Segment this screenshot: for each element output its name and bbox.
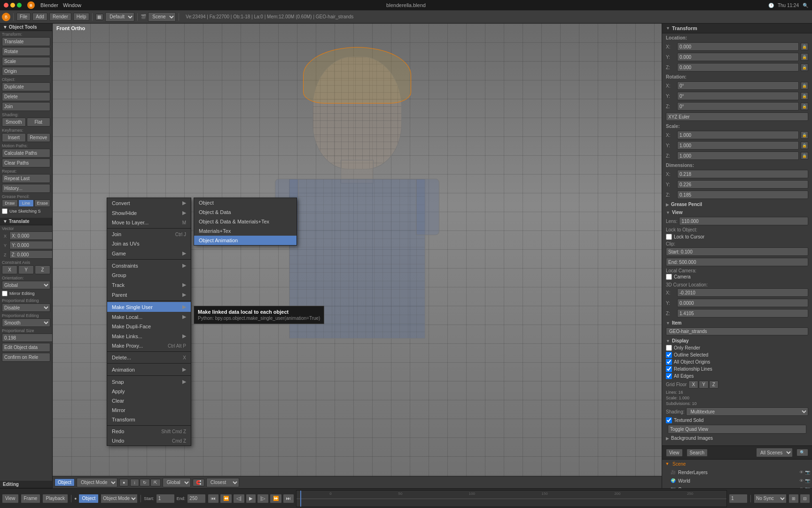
cm-make-dupli-face[interactable]: Make Dupli-Face (107, 322, 191, 331)
play-next-frame[interactable]: ⏩ (270, 494, 282, 503)
rot-x-lock[interactable]: 🔒 (801, 82, 808, 89)
relationship-lines-cb[interactable] (666, 366, 672, 372)
outliner-view-btn[interactable]: View (666, 449, 683, 457)
sm-object-animation[interactable]: Object Animation (194, 236, 297, 245)
proportional-type-select[interactable]: Smooth (2, 318, 50, 327)
erase-btn[interactable]: Erase (34, 199, 50, 207)
delete-btn[interactable]: Delete (2, 92, 50, 101)
scale-x-lock[interactable]: 🔒 (801, 131, 808, 139)
cm-redo[interactable]: RedoShift Cmd Z (107, 427, 191, 436)
cm-undo[interactable]: UndoCmd Z (107, 436, 191, 445)
outliner-scope-select[interactable]: All Scenes (756, 448, 793, 457)
menu-window[interactable]: Window (63, 2, 81, 8)
cm-game[interactable]: Game▶ (107, 248, 191, 258)
start-frame-input[interactable] (156, 494, 175, 503)
shading-mode-select[interactable]: Multitexture (686, 407, 808, 416)
play-next-keyframe[interactable]: |▷ (257, 494, 269, 503)
cursor-z-input[interactable] (677, 309, 808, 318)
vector-y[interactable] (9, 241, 53, 249)
bb-btn1[interactable]: ⊞ (789, 494, 799, 503)
prop-size-input[interactable] (2, 333, 53, 342)
dim-x-input[interactable] (677, 170, 808, 178)
vp-view-btn[interactable]: ● (119, 479, 128, 486)
scale-z-lock[interactable]: 🔒 (801, 152, 808, 159)
cm-make-local[interactable]: Make Local...▶ (107, 312, 191, 322)
scale-x-input[interactable] (677, 131, 799, 139)
all-edges-cb[interactable] (666, 373, 672, 379)
cm-snap[interactable]: Snap▶ (107, 377, 191, 387)
loc-x-input[interactable] (677, 42, 799, 51)
cm-mirror[interactable]: Mirror (107, 405, 191, 415)
display-sub[interactable]: ▼ Display (666, 336, 808, 344)
toggle-quad-view-btn[interactable]: Toggle Quad View (668, 425, 806, 434)
grid-y-btn[interactable]: Y (699, 381, 709, 389)
duplicate-btn[interactable]: Duplicate (2, 82, 50, 91)
edit-object-data-btn[interactable]: Edit Object data (2, 343, 50, 352)
sm-object-data-materials[interactable]: Object & Data & Materials+Tex (194, 217, 297, 226)
confirm-on-rele-btn[interactable]: Confirm on Rele (2, 353, 50, 362)
minimize-button[interactable] (10, 3, 15, 8)
menu-render[interactable]: Render (49, 13, 71, 21)
rotate-btn[interactable]: Rotate (2, 47, 50, 56)
lens-input[interactable] (679, 217, 808, 225)
line-btn[interactable]: Line (18, 199, 34, 207)
bb-frame-btn[interactable]: Frame (21, 494, 41, 503)
clear-paths-btn[interactable]: Clear Paths (2, 159, 50, 167)
vector-x[interactable] (9, 231, 53, 240)
vp-object-btn[interactable]: Object (55, 478, 75, 486)
sm-object-data[interactable]: Object & Data (194, 207, 297, 217)
rot-x-input[interactable] (677, 81, 799, 90)
cm-track[interactable]: Track▶ (107, 280, 191, 290)
cm-transform[interactable]: Transform (107, 415, 191, 424)
translate-btn[interactable]: Translate (2, 37, 50, 46)
cm-group[interactable]: Group (107, 270, 191, 280)
render-engine-select[interactable]: Default (105, 12, 134, 22)
rot-y-input[interactable] (677, 92, 799, 100)
scale-btn[interactable]: Scale (2, 57, 50, 66)
cursor-x-input[interactable] (677, 288, 808, 297)
bb-btn2[interactable]: ⊟ (800, 494, 810, 503)
maximize-button[interactable] (17, 3, 22, 8)
cm-join[interactable]: JoinCtrl J (107, 230, 191, 239)
only-render-cb[interactable] (666, 345, 672, 351)
current-frame-input[interactable] (729, 494, 748, 503)
scale-y-lock[interactable]: 🔒 (801, 142, 808, 149)
menu-help[interactable]: Help (73, 13, 90, 21)
all-origins-cb[interactable] (666, 359, 672, 365)
menu-file[interactable]: File (16, 13, 31, 21)
cm-make-links[interactable]: Make Links...▶ (107, 331, 191, 341)
cm-constraints[interactable]: Constraints▶ (107, 261, 191, 270)
vp-snap-btn[interactable]: 🧲 (193, 479, 204, 486)
sm-materials-tex[interactable]: Materials+Tex (194, 226, 297, 236)
textured-solid-cb[interactable] (666, 417, 672, 423)
play-jump-end[interactable]: ⏭ (283, 494, 294, 503)
orientation-select[interactable]: Global (2, 281, 50, 289)
vp-snap-to-select[interactable]: Closest (206, 478, 239, 487)
outliner-camera[interactable]: 📷 Camera 👁 📷 (662, 485, 812, 488)
mirror-editing-cb[interactable] (2, 291, 8, 296)
sync-select[interactable]: No Sync (754, 494, 787, 503)
outliner-search-icon-btn[interactable]: 🔍 (796, 449, 808, 456)
outliner-render-layers[interactable]: 🎥 RenderLayers 👁 📷 (662, 468, 812, 476)
history-btn[interactable]: History... (2, 184, 50, 193)
outliner-search-btn[interactable]: Search (687, 449, 708, 457)
vp-rotate-btn[interactable]: ↻ (140, 479, 150, 486)
bb-playback-btn[interactable]: Playback (42, 494, 68, 503)
viewport-layout-btn[interactable]: ▦ (95, 14, 103, 20)
dim-z-input[interactable] (677, 190, 808, 199)
cm-show-hide[interactable]: Show/Hide▶ (107, 208, 191, 218)
clip-end-input[interactable] (666, 258, 808, 266)
cm-delete[interactable]: Delete...X (107, 353, 191, 362)
vector-z[interactable] (9, 250, 53, 259)
end-frame-input[interactable] (187, 494, 206, 503)
clip-start-input[interactable] (666, 247, 808, 256)
origin-btn[interactable]: Origin (2, 67, 50, 76)
join-btn[interactable]: Join (2, 102, 50, 111)
bb-view-btn[interactable]: View (2, 494, 19, 503)
draw-btn[interactable]: Draw (2, 199, 18, 207)
cm-convert[interactable]: Convert▶ (107, 198, 191, 208)
menu-add[interactable]: Add (32, 13, 47, 21)
bb-object-btn[interactable]: Object (78, 494, 99, 503)
background-images-toggle[interactable]: ▶ Background Images (666, 435, 808, 442)
timeline[interactable]: 050100150200250 (296, 490, 727, 507)
